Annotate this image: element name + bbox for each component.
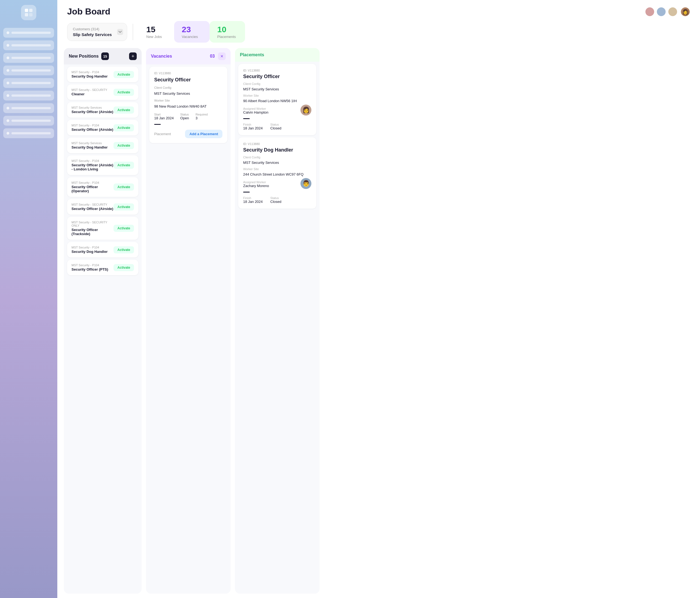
vacancies-count: 03 [210, 54, 215, 59]
sidebar-item-3[interactable] [3, 53, 54, 63]
position-title: Security Officer (Airside) [72, 110, 113, 114]
activate-button[interactable]: Activate [114, 162, 134, 169]
new-positions-list: MST Security - P104 Security Dog Handler… [64, 65, 142, 594]
vacancy-required-value: 3 [195, 116, 208, 120]
placement-site-value: 90 Albert Road London NW56 1IH [243, 99, 311, 103]
sidebar-item-2[interactable] [3, 41, 54, 50]
placement-finish-label: Finish [243, 123, 263, 126]
user-avatar[interactable]: 👩 [680, 7, 690, 17]
vacancies-stat: 23 Vacancies [174, 21, 209, 43]
vacancy-id: ID: V113880 [154, 72, 222, 75]
position-subtitle: MST Security - SECURITY [72, 88, 107, 92]
placements-column: Placements ID: V113880 Security Officer … [235, 48, 320, 594]
placement-client-label: Client Config [243, 156, 311, 159]
position-card: MST Security - SECURITY ONLY Security Of… [67, 217, 139, 240]
placement-status-field: Status Closed [271, 195, 281, 204]
vacancy-placement-label: Placement [154, 132, 171, 136]
add-placement-button[interactable]: Add a Placement [185, 130, 222, 138]
svg-rect-3 [29, 13, 32, 16]
vacancy-site-value: 98 New Road London NW40 8AT [154, 104, 222, 109]
add-position-button[interactable]: + [129, 52, 137, 60]
sidebar [0, 0, 57, 598]
stats-divider [133, 24, 133, 40]
position-subtitle: MST Security Services [72, 106, 113, 109]
position-card-info: MST Security - P104 Security Officer (Ai… [72, 124, 113, 131]
position-card-info: MST Security - P104 Security Dog Handler [72, 246, 107, 254]
position-subtitle: MST Security - P104 [72, 159, 114, 163]
placement-client-value: MST Security Services [243, 161, 311, 165]
sidebar-item-8[interactable] [3, 116, 54, 126]
vacancy-divider [154, 124, 161, 125]
placement-worker-label: Assigned Worker [243, 181, 269, 184]
placement-bottom-row: Finish 18 Jan 2024 Status Closed [243, 195, 311, 204]
sidebar-item-7[interactable] [3, 103, 54, 113]
activate-button[interactable]: Activate [114, 142, 134, 149]
placement-finish-field: Finish 18 Jan 2024 [243, 122, 263, 130]
sidebar-item-9[interactable] [3, 128, 54, 138]
header-right: 👩 [645, 7, 690, 17]
vacancies-title: Vacancies [151, 54, 172, 59]
activate-button[interactable]: Activate [114, 246, 134, 254]
vacancies-number: 23 [182, 25, 202, 34]
activate-button[interactable]: Activate [114, 225, 134, 232]
main-content: Job Board 👩 Customers (314) Slip Safety … [57, 0, 700, 598]
position-card-info: MST Security Services Security Dog Handl… [72, 141, 107, 149]
app-logo[interactable] [21, 5, 36, 20]
placement-worker-name: Calvin Hampton [243, 110, 269, 114]
position-card: MST Security Services Security Officer (… [67, 102, 139, 118]
vacancy-start-value: 18 Jan 2024 [154, 116, 174, 120]
placement-title: Security Officer [243, 74, 311, 79]
activate-button[interactable]: Activate [114, 264, 134, 271]
position-title: Security Officer (Airside) - London Livi… [72, 163, 114, 171]
vacancies-close-button[interactable]: × [218, 52, 226, 60]
activate-button[interactable]: Activate [114, 204, 134, 211]
worker-avatar: 👨 [300, 178, 311, 189]
position-subtitle: MST Security - P104 [72, 263, 108, 267]
vacancies-header: Vacancies 03 × [146, 48, 231, 65]
activate-button[interactable]: Activate [114, 89, 134, 96]
position-title: Security Dog Handler [72, 249, 107, 254]
new-jobs-stat: 15 New Jobs [139, 21, 174, 43]
placement-finish-label: Finish [243, 196, 263, 199]
vacancy-status-value: Open [180, 116, 189, 120]
placement-title: Security Dog Handler [243, 147, 311, 153]
position-title: Security Officer (Operator) [72, 185, 114, 193]
placement-site-label: Worker Site [243, 94, 311, 97]
activate-button[interactable]: Activate [114, 71, 134, 78]
position-title: Security Officer (Airside) [72, 127, 113, 131]
position-card: MST Security - P104 Security Officer (PT… [67, 260, 139, 275]
placements-header: Placements [235, 48, 320, 62]
activate-button[interactable]: Activate [114, 106, 134, 114]
activate-button[interactable]: Activate [114, 184, 134, 191]
sidebar-item-5[interactable] [3, 78, 54, 88]
columns-area: New Positions 15 + MST Security - P104 S… [57, 48, 700, 598]
sidebar-item-6[interactable] [3, 91, 54, 100]
placement-bottom-row: Finish 18 Jan 2024 Status Closed [243, 122, 311, 130]
position-card: MST Security - SECURITY Cleaner Activate [67, 85, 139, 100]
position-subtitle: MST Security - P104 [72, 181, 114, 184]
new-positions-count: 15 [101, 52, 109, 60]
placement-worker-row: Assigned Worker Zachary Moreno 👨 [243, 178, 311, 189]
placement-divider [243, 192, 250, 192]
placement-site-value: 244 Church Street London WC97 6FQ [243, 172, 311, 176]
position-subtitle: MST Security - P104 [72, 124, 113, 127]
activate-button[interactable]: Activate [114, 124, 134, 131]
customer-chevron-icon[interactable] [117, 29, 123, 35]
sidebar-item-1[interactable] [3, 28, 54, 38]
position-subtitle: MST Security - P104 [72, 70, 107, 74]
placement-worker-info: Assigned Worker Zachary Moreno [243, 180, 269, 188]
position-card-info: MST Security - SECURITY ONLY Security Of… [72, 221, 114, 236]
avatar-2 [656, 7, 666, 17]
sidebar-item-4[interactable] [3, 66, 54, 75]
position-card-info: MST Security - P104 Security Officer (Op… [72, 181, 114, 193]
placement-finish-value: 18 Jan 2024 [243, 199, 263, 204]
position-card: MST Security - P104 Security Officer (Ai… [67, 156, 139, 175]
vacancies-list: ID: V113880 Security Officer Client Conf… [146, 65, 231, 594]
customer-selector[interactable]: Customers (314) Slip Safety Services [67, 23, 127, 41]
vacancy-card: ID: V113880 Security Officer Client Conf… [149, 67, 227, 143]
vacancy-start-label: Start [154, 113, 174, 116]
avatar-group [645, 7, 678, 17]
position-card: MST Security - P104 Security Officer (Ai… [67, 120, 139, 136]
vacancy-status-label: Status [180, 113, 189, 116]
position-card-info: MST Security - SECURITY Cleaner [72, 88, 107, 96]
